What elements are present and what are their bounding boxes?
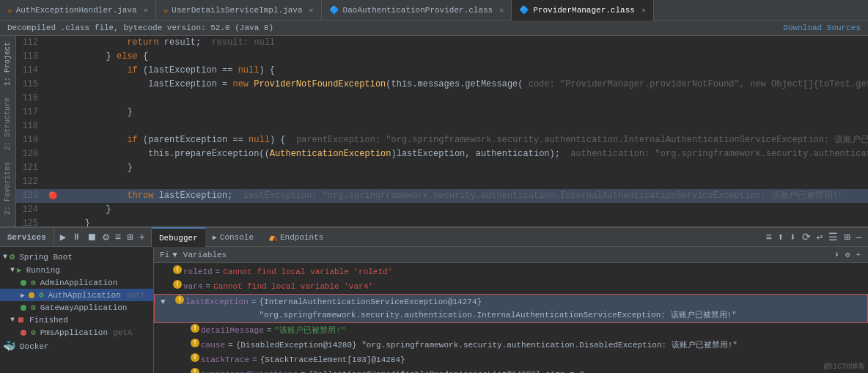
tab-console[interactable]: ▶ Console: [205, 227, 261, 248]
debug-tool-5[interactable]: ↩: [815, 231, 824, 243]
variables-label: Variables: [183, 251, 227, 259]
arrow-finished: ▼: [10, 316, 15, 324]
var-value-detailmessage: "该账户已被禁用!": [274, 324, 345, 337]
tab-label: ProviderManager.class: [533, 6, 635, 15]
expand-lastexception[interactable]: ▼: [161, 295, 172, 309]
frame-selector[interactable]: Fi: [160, 251, 169, 259]
warning-icon-cause: !: [191, 339, 199, 347]
java-icon: ☕: [163, 5, 169, 15]
frame-dropdown[interactable]: ▼: [172, 251, 177, 259]
tab-close[interactable]: ✕: [641, 6, 646, 15]
tab-dao-auth[interactable]: 🔷 DaoAuthenticationProvider.class ✕: [322, 0, 512, 21]
tree-item-auth[interactable]: ▶ ⚙ AuthApplication auth: [0, 289, 153, 301]
class-icon: 🔷: [519, 5, 529, 15]
tab-endpoints[interactable]: ⛺ Endpoints: [261, 227, 331, 248]
code-line-112: 112 return result; result: null: [16, 36, 868, 50]
var-name-suppressedexceptions: suppressedExceptions: [201, 368, 298, 373]
sidebar-item-structure[interactable]: 2: Structure: [1, 92, 14, 156]
var-row-stacktrace: ! stackTrace = {StackTraceElement[103]@1…: [154, 352, 868, 367]
code-line-123: 123 🔴 throw lastException; lastException…: [16, 189, 868, 203]
arrow-spring-boot: ▼: [3, 253, 7, 261]
sidebar-item-favorites[interactable]: 2: Favorites: [1, 156, 14, 221]
tab-label: DaoAuthenticationProvider.class: [343, 6, 493, 15]
debug-tool-3[interactable]: ⬇: [788, 231, 797, 243]
toolbar-pause-btn[interactable]: ⏸: [70, 232, 82, 243]
var-value-var4: Cannot find local variable 'var4': [213, 280, 373, 293]
code-line-122: 122: [16, 175, 868, 189]
left-sidebar: 1: Project 2: Structure 2: Favorites Pul…: [0, 36, 16, 226]
toolbar-run-btn[interactable]: ▶: [59, 231, 67, 243]
tab-auth-exception[interactable]: ☕ AuthExceptionHandler.java ✕: [0, 0, 156, 21]
code-scroll[interactable]: 112 return result; result: null 113 } el…: [16, 36, 868, 226]
arrow-running: ▼: [10, 266, 15, 274]
debug-tool-8[interactable]: —: [855, 232, 864, 243]
tab-bar: ☕ AuthExceptionHandler.java ✕ ☕ UserDeta…: [0, 0, 868, 21]
debug-tool-6[interactable]: ☰: [827, 231, 839, 243]
toolbar-grid-btn[interactable]: ⊞: [125, 231, 134, 243]
tab-close[interactable]: ✕: [499, 6, 504, 15]
toolbar-stop-btn[interactable]: ⏹: [85, 232, 98, 243]
var-list: ! roleId = Cannot find local variable 'r…: [154, 263, 868, 373]
toolbar-config-btn[interactable]: ⚙: [101, 231, 110, 243]
var-value-roleid: Cannot find local variable 'roleId': [223, 265, 392, 278]
warning-icon-stacktrace: !: [191, 353, 199, 362]
arrow-auth: ▶: [21, 291, 25, 300]
download-sources-link[interactable]: Download Sources: [783, 23, 861, 32]
var-add-btn[interactable]: +: [854, 251, 862, 259]
toolbar-list-btn[interactable]: ≡: [114, 232, 122, 243]
tree-item-finished[interactable]: ▼ ⏹ Finished: [0, 314, 153, 326]
warning-icon-suppressedexceptions: !: [191, 368, 199, 373]
code-line-124: 124 }: [16, 203, 868, 217]
tab-user-details[interactable]: ☕ UserDetailsServiceImpl.java ✕: [156, 0, 322, 21]
debug-tool-2[interactable]: ⬆: [776, 231, 785, 243]
tree-item-running[interactable]: ▼ ▶ Running: [0, 264, 153, 276]
code-line-118: 118: [16, 119, 868, 133]
endpoints-label: Endpoints: [280, 233, 323, 242]
var-row-roleid: ! roleId = Cannot find local variable 'r…: [154, 265, 868, 279]
warning-icon-lastexception: !: [175, 295, 184, 304]
variables-panel: Fi ▼ Variables ⬇ ⚙ + ! roleId = Cannot f…: [154, 247, 868, 373]
var-name-roleid: roleId: [183, 265, 213, 278]
tree-item-spring-boot[interactable]: ▼ ⚙ Spring Boot: [0, 250, 153, 264]
var-row-lastexception: ▼ ! lastException = {InternalAuthenticat…: [154, 294, 868, 323]
code-lines: 112 return result; result: null 113 } el…: [16, 36, 868, 226]
debug-tool-4[interactable]: ⟳: [801, 231, 812, 243]
tree-item-pms[interactable]: ⚙ PmsApplication getA: [0, 326, 153, 339]
admin-icon: ⚙: [31, 278, 36, 287]
sidebar-item-pullrequests[interactable]: Pull Requests: [1, 221, 14, 226]
toolbar-add-btn[interactable]: +: [138, 232, 147, 243]
var-filter-btn[interactable]: ⬇: [833, 250, 841, 259]
console-label: Console: [220, 233, 254, 242]
bottom-panel: Services ▶ ⏸ ⏹ ⚙ ≡ ⊞ + Debugger ▶ Consol…: [0, 226, 868, 373]
pms-extra: getA: [113, 328, 132, 337]
docker-label: Docker: [20, 342, 49, 351]
var-name-detailmessage: detailMessage: [201, 324, 264, 337]
pms-icon: ⚙: [31, 328, 36, 337]
tab-provider-manager[interactable]: 🔷 ProviderManager.class ✕: [512, 0, 654, 21]
tab-close[interactable]: ✕: [309, 6, 314, 15]
var-value-lastexception: {InternalAuthenticationServiceException@…: [259, 295, 861, 322]
debugger-label: Debugger: [159, 234, 198, 243]
warning-icon-var4: !: [173, 280, 182, 289]
debug-tool-7[interactable]: ⊞: [842, 231, 851, 243]
admin-label: AdminApplication: [40, 278, 118, 287]
tab-close[interactable]: ✕: [144, 6, 148, 15]
var-name-lastexception: lastException: [185, 295, 249, 309]
watermark: @51CTO博客: [824, 361, 865, 372]
tab-label: UserDetailsServiceImpl.java: [172, 6, 302, 15]
debug-tool-1[interactable]: ≡: [764, 232, 773, 243]
tab-debugger[interactable]: Debugger: [152, 227, 205, 248]
tab-label: AuthExceptionHandler.java: [16, 6, 137, 15]
tree-item-admin[interactable]: ⚙ AdminApplication: [0, 276, 153, 289]
spring-boot-label: Spring Boot: [19, 253, 73, 262]
var-value-cause: {DisabledException@14280} "org.springfra…: [236, 339, 738, 352]
var-row-var4: ! var4 = Cannot find local variable 'var…: [154, 279, 868, 294]
sidebar-item-project[interactable]: 1: Project: [1, 36, 14, 92]
tree-item-docker[interactable]: 🐳 Docker: [0, 339, 153, 354]
warning-icon-detailmessage: !: [191, 324, 199, 333]
java-icon: ☕: [7, 5, 12, 15]
var-search-btn[interactable]: ⚙: [844, 250, 852, 259]
status-dot-pms: [21, 330, 26, 336]
info-bar: Decompiled .class file, bytecode version…: [0, 21, 868, 36]
tree-item-gateway[interactable]: ⚙ GatewayApplication: [0, 301, 153, 314]
